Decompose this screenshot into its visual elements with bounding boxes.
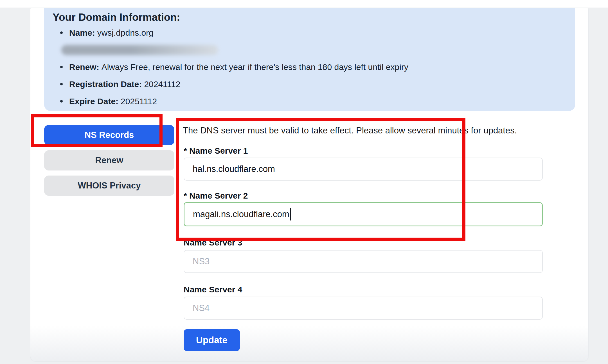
text-caret — [290, 208, 291, 220]
dns-instruction-text: The DNS server must be valid to take eff… — [183, 126, 548, 136]
name-server-3-label: Name Server 3 — [184, 238, 242, 247]
domain-panel-card: Your Domain Information: Name:ywsj.dpdns… — [30, 8, 588, 361]
domain-info-redacted-row — [60, 45, 408, 55]
domain-info-renew-row: Renew:Always Free, renewal for the next … — [60, 62, 408, 72]
redacted-text-blur — [61, 45, 218, 55]
domain-info-list: Name:ywsj.dpdns.org Renew:Always Free, r… — [60, 28, 408, 113]
name-server-4-input[interactable] — [184, 297, 543, 320]
renew-value: Always Free, renewal for the next year i… — [102, 62, 408, 72]
name-server-2-value: magali.ns.cloudflare.com — [193, 209, 289, 219]
name-server-2-input[interactable]: magali.ns.cloudflare.com — [184, 202, 543, 226]
page-background: Your Domain Information: Name:ywsj.dpdns… — [0, 8, 608, 364]
tab-whois-privacy[interactable]: WHOIS Privacy — [44, 176, 174, 196]
top-white-strip — [0, 0, 608, 8]
name-server-3-input[interactable] — [184, 250, 543, 273]
name-value: ywsj.dpdns.org — [97, 28, 154, 37]
name-server-1-label: * Name Server 1 — [184, 146, 248, 156]
domain-info-name-row: Name:ywsj.dpdns.org — [60, 28, 408, 38]
domain-info-registration-row: Registration Date:20241112 — [60, 79, 408, 89]
registration-date-label: Registration Date: — [69, 79, 142, 89]
registration-date-value: 20241112 — [144, 79, 180, 89]
update-button[interactable]: Update — [184, 329, 240, 351]
expire-date-label: Expire Date: — [69, 97, 118, 106]
tab-ns-records[interactable]: NS Records — [44, 125, 174, 145]
name-server-2-label: * Name Server 2 — [184, 191, 248, 201]
domain-info-expire-row: Expire Date:20251112 — [60, 96, 408, 106]
name-server-4-label: Name Server 4 — [184, 285, 242, 294]
domain-info-title: Your Domain Information: — [53, 12, 180, 23]
tab-renew[interactable]: Renew — [44, 150, 174, 170]
expire-date-value: 20251112 — [121, 97, 157, 106]
domain-info-box: Your Domain Information: Name:ywsj.dpdns… — [44, 8, 575, 111]
renew-label: Renew: — [69, 62, 99, 72]
name-label: Name: — [69, 28, 95, 37]
name-server-1-input[interactable] — [184, 158, 543, 181]
